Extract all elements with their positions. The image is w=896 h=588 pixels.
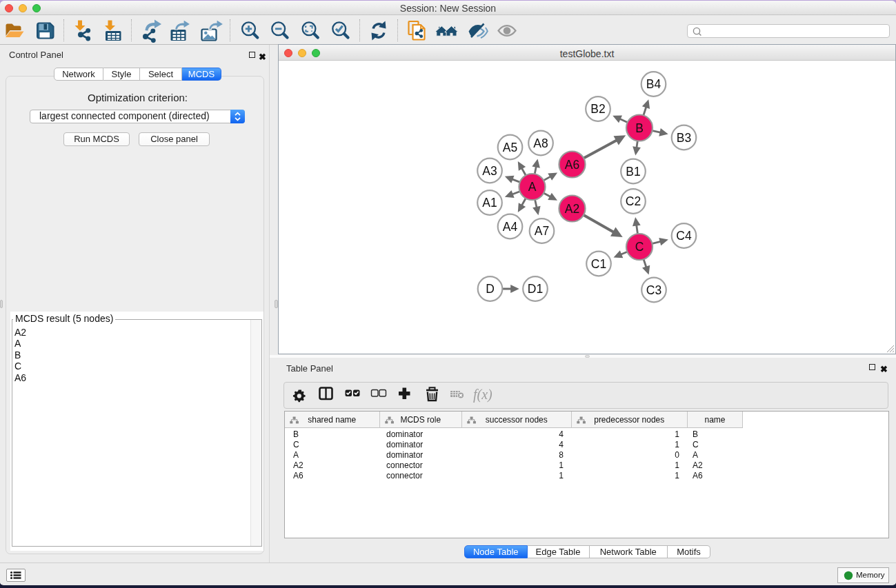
svg-text:B4: B4	[646, 77, 661, 91]
svg-text:B2: B2	[590, 102, 605, 116]
svg-text:A4: A4	[503, 220, 518, 234]
svg-text:A6: A6	[565, 158, 579, 172]
svg-text:C: C	[635, 240, 644, 254]
svg-text:C1: C1	[591, 257, 606, 271]
svg-text:D: D	[486, 282, 495, 296]
svg-text:D1: D1	[528, 282, 543, 296]
svg-text:A5: A5	[503, 141, 517, 154]
svg-text:A2: A2	[565, 202, 579, 216]
svg-text:C4: C4	[676, 229, 692, 243]
svg-text:A3: A3	[482, 164, 497, 178]
svg-text:A8: A8	[533, 136, 548, 150]
svg-text:C3: C3	[646, 283, 661, 297]
svg-text:B: B	[635, 121, 644, 135]
svg-text:f(x): f(x)	[473, 387, 492, 403]
svg-text:A1: A1	[482, 196, 497, 210]
svg-text:B3: B3	[677, 131, 691, 145]
svg-text:C2: C2	[626, 194, 641, 208]
svg-text:B1: B1	[626, 165, 640, 179]
svg-text:A: A	[528, 180, 537, 194]
svg-text:A7: A7	[535, 224, 549, 238]
